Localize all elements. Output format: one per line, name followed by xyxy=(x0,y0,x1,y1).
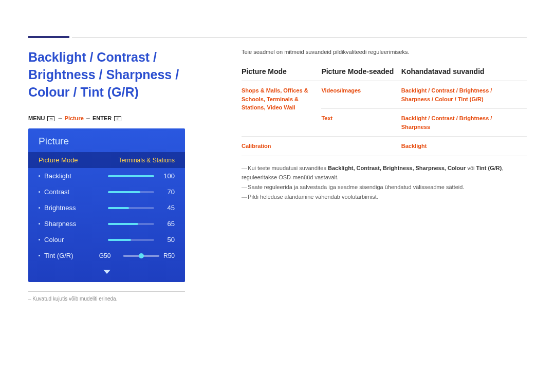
tint-right: R50 xyxy=(163,252,175,259)
divider xyxy=(28,291,185,292)
slider[interactable] xyxy=(108,175,154,177)
table-header-row: Picture Mode Picture Mode-seaded Kohanda… xyxy=(242,64,527,81)
slider-value: 50 xyxy=(159,236,175,244)
slider[interactable] xyxy=(108,207,154,209)
osd-picture-mode-row[interactable]: Picture Mode Terminals & Stations xyxy=(28,152,185,168)
dot-icon xyxy=(39,239,40,240)
chevron-down-icon xyxy=(103,270,110,274)
dot-icon xyxy=(39,175,40,177)
page-title: Backlight / Contrast / Brightness / Shar… xyxy=(28,49,213,101)
osd-panel: Picture Picture Mode Terminals & Station… xyxy=(28,128,185,282)
osd-mode-value: Terminals & Stations xyxy=(119,157,175,164)
cell xyxy=(321,137,401,156)
cell: Shops & Malls, Offices & Schools, Termin… xyxy=(242,81,321,137)
cell: Backlight xyxy=(401,137,527,156)
enter-icon: E xyxy=(114,116,121,121)
footnote: Kuvatud kujutis võib mudeliti erineda. xyxy=(28,296,185,302)
cell: Videos/Images xyxy=(321,81,401,109)
osd-tint-row[interactable]: Tint (G/R) G50 R50 xyxy=(28,248,185,264)
intro-text: Teie seadmel on mitmeid suvandeid pildik… xyxy=(242,49,527,55)
osd-slider-row[interactable]: Contrast70 xyxy=(28,184,185,200)
notes-list: Kui teete muudatusi suvandites Backlight… xyxy=(242,163,527,202)
note-item: Kui teete muudatusi suvandites Backlight… xyxy=(242,163,527,182)
slider-value: 65 xyxy=(159,220,175,228)
slider-value: 100 xyxy=(159,172,175,180)
osd-row-label: Colour xyxy=(44,236,90,244)
osd-row-label: Contrast xyxy=(44,188,90,196)
osd-slider-row[interactable]: Backlight100 xyxy=(28,168,185,184)
osd-mode-label: Picture Mode xyxy=(39,156,119,164)
th-picture-mode-seaded: Picture Mode-seaded xyxy=(321,64,401,81)
slider-value: 45 xyxy=(159,204,175,212)
osd-slider-row[interactable]: Colour50 xyxy=(28,232,185,248)
menu-breadcrumb: MENU m → Picture → ENTER E xyxy=(28,115,213,121)
tint-slider[interactable] xyxy=(123,255,159,257)
osd-scroll-down[interactable] xyxy=(28,264,185,282)
header-rule xyxy=(72,37,527,38)
dot-icon xyxy=(39,255,40,256)
dot-icon xyxy=(39,223,40,225)
dot-icon xyxy=(39,191,40,193)
enter-label: ENTER xyxy=(92,115,112,121)
osd-slider-row[interactable]: Sharpness65 xyxy=(28,216,185,232)
osd-row-label: Sharpness xyxy=(44,220,90,228)
slider-value: 70 xyxy=(159,188,175,196)
cell: Backlight / Contrast / Brightness / Shar… xyxy=(401,109,527,137)
header-accent-bar xyxy=(28,36,69,38)
left-column: Backlight / Contrast / Brightness / Shar… xyxy=(28,49,213,302)
osd-row-label: Backlight xyxy=(44,172,90,180)
menu-label: MENU xyxy=(28,115,45,121)
settings-table: Picture Mode Picture Mode-seaded Kohanda… xyxy=(242,64,527,156)
cell: Backlight / Contrast / Brightness / Shar… xyxy=(401,81,527,109)
table-row: Shops & Malls, Offices & Schools, Termin… xyxy=(242,81,527,109)
note-item: Pildi heleduse alandamine vähendab voolu… xyxy=(242,192,527,202)
slider[interactable] xyxy=(108,239,154,241)
tint-left: G50 xyxy=(99,252,111,259)
osd-slider-row[interactable]: Brightness45 xyxy=(28,200,185,216)
menu-path-picture: Picture xyxy=(65,115,84,121)
osd-row-label: Brightness xyxy=(44,204,90,212)
slider[interactable] xyxy=(108,191,154,193)
osd-tint-label: Tint (G/R) xyxy=(44,252,90,259)
slider[interactable] xyxy=(108,223,154,225)
th-picture-mode: Picture Mode xyxy=(242,64,321,81)
dot-icon xyxy=(39,207,40,209)
note-item: Saate reguleerida ja salvestada iga sead… xyxy=(242,182,527,192)
th-kohandatavad: Kohandatavad suvandid xyxy=(401,64,527,81)
table-row: CalibrationBacklight xyxy=(242,137,527,156)
menu-icon: m xyxy=(47,116,54,121)
cell: Text xyxy=(321,109,401,137)
right-column: Teie seadmel on mitmeid suvandeid pildik… xyxy=(242,49,527,302)
osd-title: Picture xyxy=(28,128,185,152)
cell: Calibration xyxy=(242,137,321,156)
